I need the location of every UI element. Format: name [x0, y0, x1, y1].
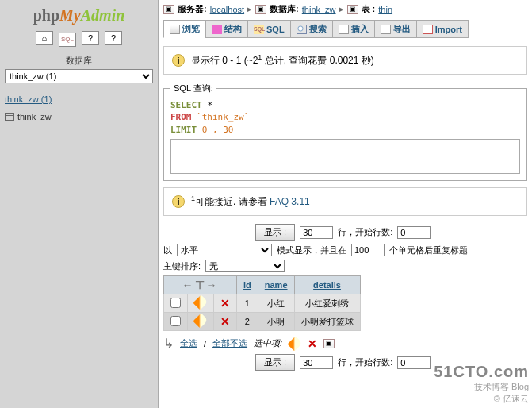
database-icon: ▣ — [255, 5, 266, 14]
tab-import[interactable]: Import — [416, 20, 469, 38]
server-icon: ▣ — [163, 5, 174, 14]
action-header: ←⊤→ — [164, 276, 237, 294]
tab-search-label: 搜索 — [309, 23, 327, 35]
breadcrumb: ▣ 服务器: localhost ▸ ▣ 数据库: think_zw ▸ ▣ 表… — [163, 3, 527, 15]
info-icon: i — [172, 195, 185, 208]
delete-selected-icon[interactable]: ✕ — [308, 337, 317, 350]
main-content: ▣ 服务器: localhost ▸ ▣ 数据库: think_zw ▸ ▣ 表… — [159, 0, 532, 408]
table-icon — [5, 113, 14, 121]
query-icon[interactable]: ? — [105, 31, 122, 45]
selection-arrow-icon: ↳ — [163, 336, 174, 351]
rows-input[interactable] — [300, 226, 333, 239]
show-button-bottom[interactable]: 显示 : — [255, 354, 295, 371]
database-label: 数据库 — [5, 55, 153, 67]
server-label: 服务器: — [178, 3, 207, 15]
table-link-bc[interactable]: thin — [378, 5, 392, 14]
start-input-bottom[interactable] — [397, 356, 431, 369]
rows-label-bottom: 行，开始行数: — [338, 356, 392, 368]
faq-notice: i 1可能接近. 请参看 FAQ 3.11 — [163, 187, 527, 216]
tab-structure[interactable]: 结构 — [205, 20, 248, 38]
server-link[interactable]: localhost — [210, 5, 244, 14]
selection-row: ↳ 全选 / 全部不选 选中项: ✕ ▣ — [163, 336, 527, 351]
profiling-box — [170, 139, 520, 174]
delete-icon[interactable]: ✕ — [220, 315, 230, 328]
tab-insert-label: 插入 — [351, 23, 369, 35]
tab-search[interactable]: 搜索 — [290, 20, 333, 38]
tab-structure-label: 结构 — [224, 23, 242, 35]
table-link[interactable]: think_zw — [5, 112, 153, 121]
cell-details: 小红爱刺绣 — [294, 294, 360, 313]
cell-name: 小红 — [258, 294, 294, 313]
database-link-bc[interactable]: think_zw — [302, 5, 336, 14]
nav-row-1: 显示 : 行，开始行数: — [163, 224, 527, 241]
database-select[interactable]: think_zw (1) — [5, 69, 153, 83]
nav-row-3: 主键排序: 无 — [163, 260, 527, 272]
tabs: 浏览 结构 SQLSQL 搜索 插入 导出 Import — [163, 20, 527, 38]
nav-row-2: 以 水平 模式显示，并且在 个单元格后重复标题 — [163, 244, 527, 256]
rows-input-bottom[interactable] — [300, 356, 333, 369]
insert-icon — [339, 25, 349, 34]
cell-name: 小明 — [258, 313, 294, 331]
result-notice: i 显示行 0 - 1 (~21 总计, 查询花费 0.0021 秒) — [163, 46, 527, 75]
table-label-bc: 表 : — [362, 3, 376, 15]
col-details[interactable]: details — [294, 276, 360, 294]
select-all-link[interactable]: 全选 — [180, 337, 197, 349]
info-icon: i — [172, 54, 185, 67]
tab-sql-label: SQL — [266, 25, 285, 34]
faq-link[interactable]: FAQ 3.11 — [270, 196, 310, 207]
structure-icon — [212, 25, 222, 34]
tab-import-label: Import — [435, 25, 462, 34]
tab-insert[interactable]: 插入 — [332, 20, 375, 38]
sort-select[interactable]: 无 — [205, 260, 285, 272]
start-input[interactable] — [397, 226, 431, 239]
mode-prefix: 以 — [163, 244, 172, 256]
show-button[interactable]: 显示 : — [255, 224, 295, 241]
edit-icon[interactable] — [193, 314, 208, 329]
col-id[interactable]: id — [237, 276, 258, 294]
row-checkbox[interactable] — [170, 298, 181, 308]
database-link[interactable]: think_zw (1) — [5, 94, 153, 104]
col-name[interactable]: name — [258, 276, 294, 294]
repeat-suffix: 个单元格后重复标题 — [389, 244, 468, 256]
repeat-input[interactable] — [351, 244, 385, 256]
search-icon — [297, 25, 307, 34]
sql-query-fieldset: SQL 查询: SELECT * FROM `think_zw` LIMIT 0… — [163, 83, 527, 181]
table-row: ✕ 2 小明 小明爱打篮球 — [164, 313, 361, 331]
cell-id: 2 — [237, 313, 258, 331]
faq-notice-text: 1可能接近. 请参看 FAQ 3.11 — [191, 194, 310, 209]
cell-details: 小明爱打篮球 — [294, 313, 360, 331]
mode-select[interactable]: 水平 — [177, 244, 272, 256]
table-row: ✕ 1 小红 小红爱刺绣 — [164, 294, 361, 313]
mode-suffix: 模式显示，并且在 — [277, 244, 346, 256]
tab-export[interactable]: 导出 — [374, 20, 417, 38]
sql-code: SELECT * FROM `think_zw` LIMIT 0 , 30 — [170, 99, 520, 136]
logo: phpMyAdmin — [5, 6, 153, 25]
delete-icon[interactable]: ✕ — [220, 297, 230, 310]
database-label-bc: 数据库: — [270, 3, 299, 15]
sidebar-icon-row: ⌂ SQL ? ? — [5, 31, 153, 47]
tab-browse[interactable]: 浏览 — [163, 20, 206, 38]
sql-query-legend: SQL 查询: — [170, 83, 216, 94]
sql-icon[interactable]: SQL — [59, 33, 76, 47]
tab-sql[interactable]: SQLSQL — [247, 20, 291, 38]
export-selected-icon[interactable]: ▣ — [323, 339, 335, 348]
sort-arrows-icon[interactable]: ←⊤→ — [182, 279, 219, 291]
rows-label: 行，开始行数: — [338, 226, 392, 238]
nav-row-bottom: 显示 : 行，开始行数: — [163, 354, 527, 371]
home-icon[interactable]: ⌂ — [36, 31, 53, 45]
browse-icon — [170, 25, 180, 34]
export-icon — [381, 25, 391, 34]
sort-label: 主键排序: — [163, 260, 201, 272]
row-checkbox[interactable] — [170, 316, 181, 326]
select-none-link[interactable]: 全部不选 — [212, 337, 247, 349]
result-notice-text: 显示行 0 - 1 (~21 总计, 查询花费 0.0021 秒) — [191, 53, 374, 67]
breadcrumb-separator: ▸ — [247, 4, 252, 14]
with-selected-label: 选中项: — [254, 337, 282, 349]
edit-selected-icon[interactable] — [288, 336, 303, 351]
cell-id: 1 — [237, 294, 258, 313]
breadcrumb-separator: ▸ — [339, 4, 344, 14]
tab-export-label: 导出 — [393, 23, 411, 35]
table-link-label: think_zw — [17, 112, 52, 121]
docs-icon[interactable]: ? — [82, 31, 99, 45]
edit-icon[interactable] — [193, 295, 208, 310]
